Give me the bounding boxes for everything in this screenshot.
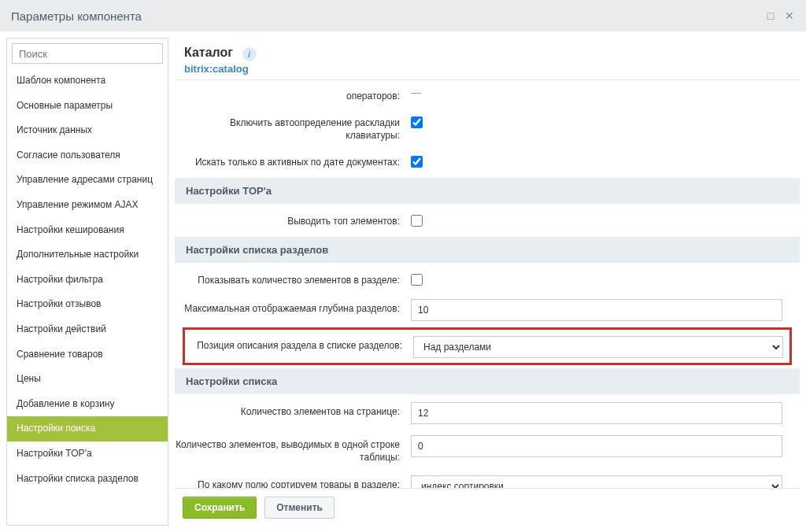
nav-list[interactable]: Шаблон компонентаОсновные параметрыИсточ… (7, 68, 168, 525)
search-input[interactable] (12, 43, 163, 64)
nav-item[interactable]: Дополнительные настройки (7, 242, 168, 268)
show-count-label: Показывать количество элементов в раздел… (175, 269, 411, 286)
line-count-input[interactable] (411, 435, 782, 457)
page-count-input[interactable] (411, 402, 782, 424)
save-button[interactable]: Сохранить (183, 497, 257, 519)
nav-item[interactable]: Настройки кеширования (7, 218, 168, 243)
nav-item[interactable]: Настройки списка разделов (7, 467, 168, 492)
cancel-button[interactable]: Отменить (264, 497, 335, 519)
section-sections-header: Настройки списка разделов (175, 237, 800, 263)
footer: Сохранить Отменить (175, 488, 800, 526)
info-icon[interactable]: i (242, 47, 257, 61)
maximize-icon[interactable]: □ (765, 10, 776, 21)
top-show-label: Выводить топ элементов: (175, 210, 411, 227)
nav-item[interactable]: Настройки отзывов (7, 292, 168, 317)
top-show-checkbox[interactable] (411, 215, 423, 227)
nav-item[interactable]: Согласие пользователя (7, 143, 168, 168)
active-only-checkbox[interactable] (411, 156, 423, 168)
nav-item[interactable]: Сравнение товаров (7, 342, 168, 368)
max-depth-input[interactable] (411, 299, 782, 321)
desc-position-label: Позиция описания раздела в списке раздел… (185, 334, 413, 352)
window-title: Параметры компонента (11, 9, 142, 23)
show-count-checkbox[interactable] (411, 274, 423, 286)
nav-item[interactable]: Настройки фильтра (7, 268, 168, 293)
page-count-label: Количество элементов на странице: (175, 401, 411, 418)
nav-item[interactable]: Добавление в корзину (7, 392, 168, 417)
form-area: операторов: — Включить автоопределение р… (175, 79, 800, 488)
close-icon[interactable]: ✕ (784, 10, 795, 21)
titlebar: Параметры компонента □ ✕ (0, 0, 806, 31)
autodetect-label: Включить автоопределение раскладки клави… (175, 112, 411, 142)
component-name: bitrix:catalog (184, 63, 795, 75)
nav-item[interactable]: Настройки действий (7, 317, 168, 342)
nav-item[interactable]: Источник данных (7, 118, 168, 143)
nav-item[interactable]: Управление адресами страниц (7, 168, 168, 193)
nav-item[interactable]: Настройки поиска (7, 416, 168, 441)
sort-field-label: По какому полю сортируем товары в раздел… (175, 474, 411, 489)
desc-position-select[interactable]: Над разделами (413, 336, 783, 358)
page-title: Каталог (184, 46, 233, 60)
nav-item[interactable]: Управление режимом AJAX (7, 193, 168, 218)
highlighted-row: Позиция описания раздела в списке раздел… (183, 327, 792, 365)
sidebar: Шаблон компонентаОсновные параметрыИсточ… (6, 38, 168, 526)
autodetect-checkbox[interactable] (411, 116, 423, 128)
nav-item[interactable]: Основные параметры (7, 94, 168, 119)
nav-item[interactable]: Шаблон компонента (7, 68, 168, 94)
line-count-label: Количество элементов, выводимых в одной … (175, 434, 411, 464)
nav-item[interactable]: Цены (7, 367, 168, 392)
operators-label: операторов: (175, 85, 411, 102)
active-only-label: Искать только в активных по дате докумен… (175, 151, 411, 168)
section-top-header: Настройки TOP'а (175, 178, 800, 204)
operators-placeholder: — (411, 87, 421, 98)
section-list-header: Настройки списка (175, 368, 800, 394)
max-depth-label: Максимальная отображаемая глубина раздел… (175, 297, 411, 315)
nav-item[interactable]: Настройки TOP'а (7, 441, 168, 467)
sort-field-select[interactable]: индекс сортировки (411, 475, 782, 489)
